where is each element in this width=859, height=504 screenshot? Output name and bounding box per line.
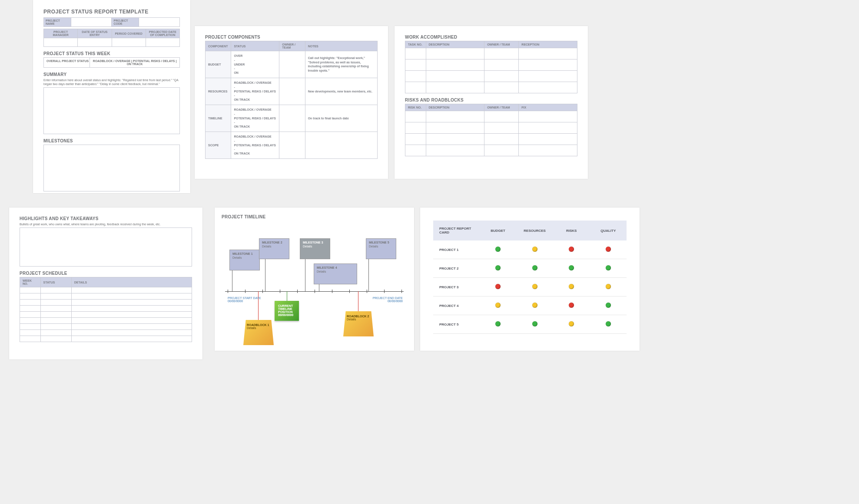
- table-risks: RISK NO. DESCRIPTION OWNER / TEAM FIX: [405, 104, 577, 156]
- table-row: [20, 312, 192, 318]
- table-row: PROJECT 3: [433, 278, 627, 296]
- heading-status-this-week: PROJECT STATUS THIS WEEK: [43, 51, 180, 56]
- cell-date-entry[interactable]: [78, 38, 112, 47]
- cell-owner[interactable]: [279, 51, 305, 78]
- milestone-box: MILESTONE 4Details: [314, 264, 357, 284]
- status-dot-cell: [516, 278, 553, 296]
- status-dot-cell: [553, 296, 590, 315]
- col-component: COMPONENT: [206, 41, 231, 51]
- status-dot-cell: [590, 315, 627, 334]
- table-row: [20, 300, 192, 306]
- table-row: [405, 71, 577, 82]
- milestone-box: MILESTONE 5Details: [366, 238, 396, 259]
- status-dot-cell: [480, 296, 517, 315]
- status-dot-red: [606, 247, 611, 252]
- cell-notes: Call out highlights: "Exceptional work,"…: [305, 51, 377, 78]
- table-row: [405, 59, 577, 71]
- table-row: PROJECT 5: [433, 315, 627, 334]
- heading-work-accomplished: WORK ACCOMPLISHED: [405, 35, 577, 40]
- status-dot-cell: [480, 315, 517, 334]
- status-dot-green: [532, 321, 537, 326]
- heading-project-schedule: PROJECT SCHEDULE: [20, 271, 192, 276]
- panel-highlights-schedule: HIGHLIGHTS AND KEY TAKEAWAYS Bullets of …: [9, 208, 202, 359]
- cell-status: OVER - UNDER - ON: [231, 51, 279, 78]
- status-dot-green: [495, 321, 501, 326]
- status-dot-cell: [590, 240, 627, 259]
- status-dot-red: [495, 284, 501, 289]
- status-dot-green: [532, 265, 537, 270]
- row-budget: BUDGET OVER - UNDER - ON Call out highli…: [206, 51, 378, 78]
- cell-project-name[interactable]: [71, 18, 112, 27]
- table-row: [405, 122, 577, 134]
- text-highlights-example: Bullets of great work, who owns what, wh…: [20, 222, 192, 226]
- status-dot-cell: [516, 296, 553, 315]
- table-row: [20, 287, 192, 293]
- status-dot-green: [606, 303, 611, 308]
- status-dot-green: [569, 265, 574, 270]
- status-dot-cell: [553, 259, 590, 278]
- label-period-covered: PERIOD COVERED: [112, 29, 146, 38]
- panel-timeline: PROJECT TIMELINE MILESTONE 1Details: [215, 208, 414, 351]
- row-timeline: TIMELINE ROADBLOCK / OVERAGE - POTENTIAL…: [206, 105, 378, 132]
- status-dot-yellow: [569, 321, 574, 326]
- label-start-date: PROJECT START DATE00/00/0000: [228, 296, 261, 303]
- col-notes: NOTES: [305, 41, 377, 51]
- table-report-card: PROJECT REPORT CARD BUDGET RESOURCES RIS…: [433, 221, 627, 334]
- cell-project-code[interactable]: [139, 18, 180, 27]
- status-dot-green: [495, 247, 501, 252]
- table-row: [20, 336, 192, 342]
- status-dot-yellow: [532, 247, 537, 252]
- status-dot-cell: [553, 315, 590, 334]
- cell-project-name: PROJECT 3: [433, 278, 480, 296]
- title-project-status-report: PROJECT STATUS REPORT TEMPLATE: [43, 9, 180, 15]
- status-dot-cell: [480, 240, 517, 259]
- note-roadblock: ROADBLOCK 1Details: [243, 320, 274, 345]
- table-row: [405, 145, 577, 156]
- table-row: [20, 293, 192, 300]
- cell-project-manager[interactable]: [44, 38, 78, 47]
- table-row: PROJECT 4: [433, 296, 627, 315]
- heading-highlights: HIGHLIGHTS AND KEY TAKEAWAYS: [20, 216, 192, 221]
- label-overall-project-status: OVERALL PROJECT STATUS: [44, 58, 90, 67]
- box-milestones[interactable]: [43, 145, 180, 191]
- milestone-box: MILESTONE 1Details: [229, 250, 260, 270]
- status-dot-cell: [553, 240, 590, 259]
- status-dot-green: [606, 321, 611, 326]
- col-header: BUDGET: [480, 221, 517, 240]
- status-dot-green: [606, 265, 611, 270]
- label-date-entry: DATE OF STATUS ENTRY: [78, 29, 112, 38]
- status-dot-cell: [590, 296, 627, 315]
- note-current-position: CURRENT TIMELINE POSITION00/00/0000: [275, 301, 299, 321]
- label-project-code: PROJECT CODE: [112, 18, 139, 27]
- milestone-box: MILESTONE 2Details: [259, 238, 289, 259]
- label-end-date: PROJECT END DATE00/00/0000: [373, 296, 403, 303]
- panel-project-components: PROJECT COMPONENTS COMPONENT STATUS OWNE…: [195, 26, 388, 179]
- status-dot-red: [569, 247, 574, 252]
- col-header: RISKS: [553, 221, 590, 240]
- status-dot-green: [495, 265, 501, 270]
- note-roadblock: ROADBLOCK 2Details: [343, 311, 374, 336]
- status-dot-cell: [516, 315, 553, 334]
- cell-period-covered[interactable]: [112, 38, 146, 47]
- panel-status-report: PROJECT STATUS REPORT TEMPLATE PROJECT N…: [33, 0, 190, 193]
- col-header: QUALITY: [590, 221, 627, 240]
- cell-projected-date[interactable]: [146, 38, 179, 47]
- table-row: [405, 82, 577, 93]
- status-dot-cell: [553, 278, 590, 296]
- table-row: PROJECT 2: [433, 259, 627, 278]
- table-schedule: WEEK NO. STATUS DETAILS: [20, 277, 192, 342]
- milestone-box: MILESTONE 3Details: [300, 238, 330, 259]
- status-dot-cell: [516, 259, 553, 278]
- row-overall-status: OVERALL PROJECT STATUS ROADBLOCK / OVERA…: [43, 57, 180, 68]
- box-highlights[interactable]: [20, 227, 192, 267]
- table-row: [20, 324, 192, 330]
- table-row: [405, 134, 577, 145]
- cell-project-name: PROJECT 4: [433, 296, 480, 315]
- table-row: [405, 111, 577, 122]
- status-dot-cell: [516, 240, 553, 259]
- box-summary[interactable]: [43, 87, 180, 134]
- status-dot-yellow: [495, 303, 501, 308]
- status-dot-yellow: [532, 284, 537, 289]
- panel-report-card: PROJECT REPORT CARD BUDGET RESOURCES RIS…: [420, 208, 640, 351]
- row-scope: SCOPE ROADBLOCK / OVERAGE - POTENTIAL RI…: [206, 132, 378, 158]
